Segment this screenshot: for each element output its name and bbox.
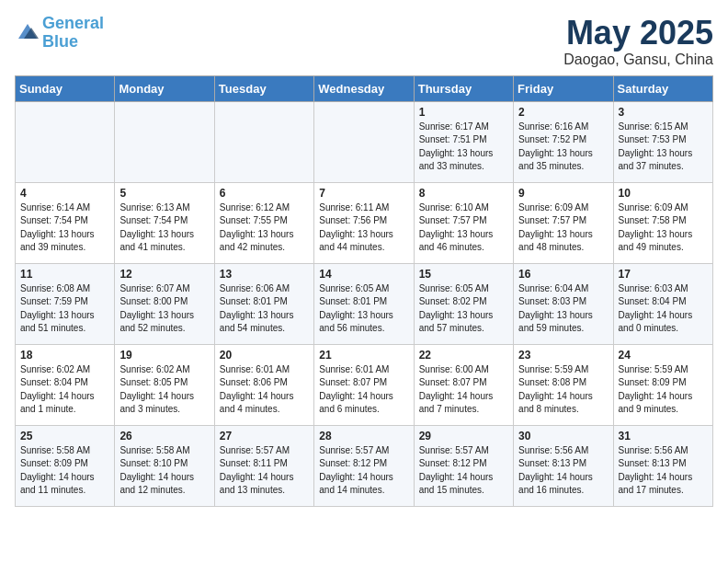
day-info: Sunrise: 5:59 AM Sunset: 8:08 PM Dayligh… [518,363,608,417]
calendar-cell: 19Sunrise: 6:02 AM Sunset: 8:05 PM Dayli… [115,344,214,425]
day-number: 30 [518,430,608,442]
calendar-cell: 30Sunrise: 5:56 AM Sunset: 8:13 PM Dayli… [514,425,613,506]
header-saturday: Saturday [613,75,712,101]
logo-text: General Blue [42,15,104,52]
day-number: 15 [419,268,508,281]
calendar-week-3: 11Sunrise: 6:08 AM Sunset: 7:59 PM Dayli… [16,263,713,344]
calendar-cell: 22Sunrise: 6:00 AM Sunset: 8:07 PM Dayli… [414,344,513,425]
calendar-cell: 4Sunrise: 6:14 AM Sunset: 7:54 PM Daylig… [16,182,115,263]
day-number: 22 [419,349,508,362]
calendar-cell: 31Sunrise: 5:56 AM Sunset: 8:13 PM Dayli… [613,425,712,506]
calendar-cell: 27Sunrise: 5:57 AM Sunset: 8:11 PM Dayli… [214,425,313,506]
calendar-cell: 10Sunrise: 6:09 AM Sunset: 7:58 PM Dayli… [613,182,712,263]
day-number: 2 [518,106,608,119]
day-number: 18 [20,349,109,362]
day-number: 11 [20,268,109,281]
day-info: Sunrise: 6:02 AM Sunset: 8:04 PM Dayligh… [20,363,109,417]
day-number: 29 [419,430,508,442]
calendar-cell: 5Sunrise: 6:13 AM Sunset: 7:54 PM Daylig… [115,182,214,263]
calendar-cell: 20Sunrise: 6:01 AM Sunset: 8:06 PM Dayli… [214,344,313,425]
day-number: 7 [319,187,408,200]
page-header: General Blue May 2025 Daogao, Gansu, Chi… [15,15,713,68]
day-info: Sunrise: 6:12 AM Sunset: 7:55 PM Dayligh… [220,201,309,255]
calendar-cell [214,101,313,182]
day-number: 21 [319,349,408,362]
day-number: 16 [518,268,608,281]
day-info: Sunrise: 6:09 AM Sunset: 7:57 PM Dayligh… [518,201,608,255]
day-info: Sunrise: 5:56 AM Sunset: 8:13 PM Dayligh… [518,444,608,498]
day-number: 26 [119,430,209,442]
page-title: May 2025 [563,15,713,52]
logo-line2: Blue [42,32,78,51]
day-number: 9 [518,187,608,200]
day-number: 23 [518,349,608,362]
calendar-week-1: 1Sunrise: 6:17 AM Sunset: 7:51 PM Daylig… [16,101,713,182]
day-number: 8 [419,187,508,200]
day-info: Sunrise: 5:58 AM Sunset: 8:10 PM Dayligh… [119,444,209,498]
day-info: Sunrise: 6:06 AM Sunset: 8:01 PM Dayligh… [220,282,309,336]
day-info: Sunrise: 6:05 AM Sunset: 8:02 PM Dayligh… [419,282,508,336]
calendar-cell: 8Sunrise: 6:10 AM Sunset: 7:57 PM Daylig… [414,182,513,263]
day-info: Sunrise: 6:08 AM Sunset: 7:59 PM Dayligh… [20,282,109,336]
logo-icon [15,18,40,44]
day-info: Sunrise: 6:02 AM Sunset: 8:05 PM Dayligh… [119,363,209,417]
logo-line1: General [42,14,104,32]
header-tuesday: Tuesday [214,75,313,101]
calendar-cell: 9Sunrise: 6:09 AM Sunset: 7:57 PM Daylig… [514,182,613,263]
calendar-cell: 16Sunrise: 6:04 AM Sunset: 8:03 PM Dayli… [514,263,613,344]
day-number: 3 [619,106,708,119]
day-number: 13 [220,268,309,281]
day-number: 6 [220,187,309,200]
calendar-cell: 17Sunrise: 6:03 AM Sunset: 8:04 PM Dayli… [613,263,712,344]
calendar-week-4: 18Sunrise: 6:02 AM Sunset: 8:04 PM Dayli… [16,344,713,425]
day-number: 5 [119,187,209,200]
day-info: Sunrise: 6:16 AM Sunset: 7:52 PM Dayligh… [518,121,608,174]
header-friday: Friday [514,75,613,101]
day-number: 17 [619,268,708,281]
calendar-cell: 18Sunrise: 6:02 AM Sunset: 8:04 PM Dayli… [16,344,115,425]
calendar-cell [16,101,115,182]
day-info: Sunrise: 6:00 AM Sunset: 8:07 PM Dayligh… [419,363,508,417]
calendar-cell: 3Sunrise: 6:15 AM Sunset: 7:53 PM Daylig… [613,101,712,182]
day-number: 14 [319,268,408,281]
day-number: 19 [119,349,209,362]
calendar-cell: 23Sunrise: 5:59 AM Sunset: 8:08 PM Dayli… [514,344,613,425]
calendar-cell: 29Sunrise: 5:57 AM Sunset: 8:12 PM Dayli… [414,425,513,506]
day-info: Sunrise: 6:17 AM Sunset: 7:51 PM Dayligh… [419,121,508,174]
day-number: 25 [20,430,109,442]
calendar-header-row: SundayMondayTuesdayWednesdayThursdayFrid… [16,75,713,101]
calendar-week-5: 25Sunrise: 5:58 AM Sunset: 8:09 PM Dayli… [16,425,713,506]
day-number: 10 [619,187,708,200]
day-info: Sunrise: 6:10 AM Sunset: 7:57 PM Dayligh… [419,201,508,255]
day-number: 1 [419,106,508,119]
day-number: 12 [119,268,209,281]
calendar-cell: 26Sunrise: 5:58 AM Sunset: 8:10 PM Dayli… [115,425,214,506]
day-number: 4 [20,187,109,200]
calendar-week-2: 4Sunrise: 6:14 AM Sunset: 7:54 PM Daylig… [16,182,713,263]
day-info: Sunrise: 6:11 AM Sunset: 7:56 PM Dayligh… [319,201,408,255]
day-info: Sunrise: 6:01 AM Sunset: 8:07 PM Dayligh… [319,363,408,417]
page-subtitle: Daogao, Gansu, China [563,52,713,68]
day-info: Sunrise: 6:13 AM Sunset: 7:54 PM Dayligh… [119,201,209,255]
calendar-cell [115,101,214,182]
header-thursday: Thursday [414,75,513,101]
calendar-cell: 24Sunrise: 5:59 AM Sunset: 8:09 PM Dayli… [613,344,712,425]
calendar-cell: 25Sunrise: 5:58 AM Sunset: 8:09 PM Dayli… [16,425,115,506]
day-info: Sunrise: 5:57 AM Sunset: 8:12 PM Dayligh… [319,444,408,498]
title-block: May 2025 Daogao, Gansu, China [563,15,713,68]
calendar-cell: 7Sunrise: 6:11 AM Sunset: 7:56 PM Daylig… [314,182,414,263]
day-info: Sunrise: 6:15 AM Sunset: 7:53 PM Dayligh… [619,121,708,174]
logo: General Blue [15,15,104,52]
day-info: Sunrise: 5:58 AM Sunset: 8:09 PM Dayligh… [20,444,109,498]
day-info: Sunrise: 6:04 AM Sunset: 8:03 PM Dayligh… [518,282,608,336]
calendar-cell: 1Sunrise: 6:17 AM Sunset: 7:51 PM Daylig… [414,101,513,182]
day-number: 27 [220,430,309,442]
day-number: 31 [619,430,708,442]
calendar-cell: 15Sunrise: 6:05 AM Sunset: 8:02 PM Dayli… [414,263,513,344]
calendar-cell: 11Sunrise: 6:08 AM Sunset: 7:59 PM Dayli… [16,263,115,344]
calendar-table: SundayMondayTuesdayWednesdayThursdayFrid… [15,75,713,507]
day-info: Sunrise: 5:57 AM Sunset: 8:12 PM Dayligh… [419,444,508,498]
day-info: Sunrise: 6:03 AM Sunset: 8:04 PM Dayligh… [619,282,708,336]
day-info: Sunrise: 6:01 AM Sunset: 8:06 PM Dayligh… [220,363,309,417]
day-info: Sunrise: 6:14 AM Sunset: 7:54 PM Dayligh… [20,201,109,255]
